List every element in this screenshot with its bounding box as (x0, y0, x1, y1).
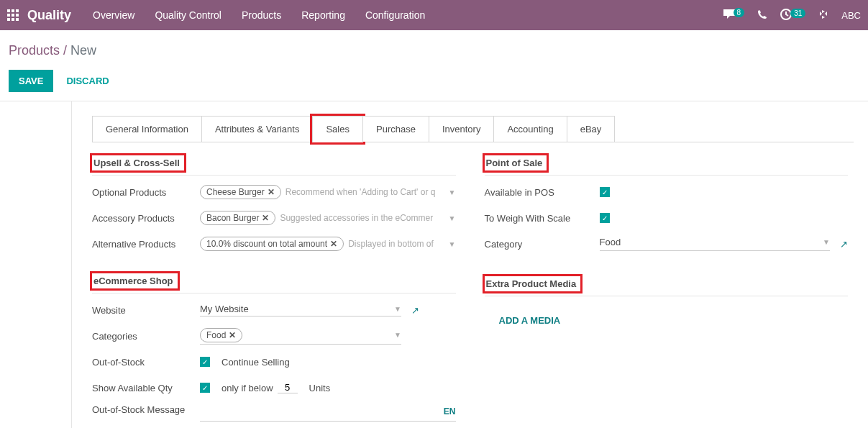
alternative-products-tag[interactable]: 10.0% discount on total amount ✕ (200, 237, 344, 251)
weigh-with-scale-checkbox[interactable]: ✓ (600, 213, 610, 223)
left-column: Upsell & Cross-Sell Optional Products Ch… (92, 155, 456, 428)
nav-reporting[interactable]: Reporting (301, 9, 345, 21)
activity-icon[interactable]: 31 (780, 9, 805, 22)
external-link-icon[interactable]: ↗ (411, 305, 419, 316)
chevron-down-icon[interactable]: ▼ (449, 188, 456, 196)
apps-icon[interactable] (7, 9, 19, 21)
chevron-down-icon[interactable]: ▼ (449, 240, 456, 248)
out-of-stock-message-label: Out-of-Stock Message (92, 404, 200, 415)
alternative-products-label: Alternative Products (92, 239, 200, 250)
external-link-icon[interactable]: ↗ (840, 239, 848, 250)
user-menu[interactable]: ABC (841, 10, 861, 21)
optional-products-tag[interactable]: Cheese Burger ✕ (200, 185, 281, 199)
main-nav: Overview Quality Control Products Report… (93, 9, 425, 21)
nav-overview[interactable]: Overview (93, 9, 134, 21)
tab-attributes-variants[interactable]: Attributes & Variants (201, 116, 314, 142)
topbar: Quality Overview Quality Control Product… (0, 0, 868, 30)
section-pos: Point of Sale (485, 155, 849, 176)
messages-badge: 8 (734, 8, 745, 17)
section-media: Extra Product Media (485, 276, 849, 296)
pos-category-label: Category (485, 239, 600, 250)
accessory-products-tag[interactable]: Bacon Burger ✕ (200, 211, 275, 225)
remove-tag-icon[interactable]: ✕ (262, 213, 269, 223)
tab-general-information[interactable]: General Information (92, 116, 202, 142)
continue-selling-label: Continue Selling (221, 357, 290, 368)
available-in-pos-label: Available in POS (485, 187, 600, 198)
optional-products-label: Optional Products (92, 187, 200, 198)
left-gutter (0, 101, 72, 428)
breadcrumb: Products / New (0, 30, 868, 64)
chevron-down-icon[interactable]: ▼ (449, 214, 456, 222)
categories-input[interactable]: Food ✕ ▼ (200, 328, 401, 345)
optional-products-input[interactable]: Recommend when 'Adding to Cart' or q (285, 187, 444, 197)
tabs: General Information Attributes & Variant… (92, 116, 854, 142)
qty-threshold-input[interactable] (278, 382, 298, 393)
language-indicator[interactable]: EN (444, 406, 456, 416)
tab-accounting[interactable]: Accounting (493, 116, 567, 142)
discard-button[interactable]: DISCARD (66, 76, 109, 86)
save-button[interactable]: SAVE (9, 70, 53, 92)
chevron-down-icon[interactable]: ▼ (823, 238, 830, 246)
remove-tag-icon[interactable]: ✕ (229, 330, 236, 340)
chevron-down-icon[interactable]: ▼ (394, 331, 401, 339)
topbar-right: 8 31 ABC (723, 9, 861, 22)
out-of-stock-label: Out-of-Stock (92, 357, 200, 368)
debug-icon[interactable] (818, 9, 828, 22)
categories-label: Categories (92, 331, 200, 342)
tab-purchase[interactable]: Purchase (362, 116, 429, 142)
pos-category-select[interactable]: Food ▼ (600, 237, 831, 251)
brand-title: Quality (27, 8, 71, 23)
nav-quality-control[interactable]: Quality Control (155, 9, 221, 21)
tab-sales[interactable]: Sales (312, 116, 363, 142)
accessory-products-input[interactable]: Suggested accessories in the eCommer (280, 213, 444, 223)
nav-products[interactable]: Products (242, 9, 281, 21)
accessory-products-label: Accessory Products (92, 213, 200, 224)
continue-selling-checkbox[interactable]: ✓ (200, 357, 210, 367)
breadcrumb-root[interactable]: Products (9, 43, 60, 58)
alternative-products-input[interactable]: Displayed in bottom of (348, 239, 444, 249)
chevron-down-icon[interactable]: ▼ (394, 305, 401, 313)
add-media-button[interactable]: ADD A MEDIA (485, 315, 561, 326)
phone-icon[interactable] (757, 9, 767, 22)
messages-icon[interactable]: 8 (723, 9, 745, 22)
remove-tag-icon[interactable]: ✕ (268, 187, 275, 197)
website-label: Website (92, 305, 200, 316)
right-column: Point of Sale Available in POS ✓ To Weig… (485, 155, 849, 428)
section-ecommerce: eCommerce Shop (92, 273, 456, 293)
breadcrumb-current: New (70, 43, 96, 58)
action-row: SAVE DISCARD (0, 64, 868, 101)
website-select[interactable]: My Website ▼ (200, 304, 401, 317)
show-available-qty-checkbox[interactable]: ✓ (200, 383, 210, 393)
remove-tag-icon[interactable]: ✕ (330, 239, 337, 249)
weigh-with-scale-label: To Weigh With Scale (485, 213, 600, 224)
nav-configuration[interactable]: Configuration (365, 9, 425, 21)
section-upsell: Upsell & Cross-Sell (92, 155, 456, 176)
show-available-qty-label: Show Available Qty (92, 383, 200, 393)
available-in-pos-checkbox[interactable]: ✓ (600, 187, 610, 197)
tab-ebay[interactable]: eBay (567, 116, 616, 142)
tab-inventory[interactable]: Inventory (429, 116, 494, 142)
activity-badge: 31 (790, 9, 805, 18)
